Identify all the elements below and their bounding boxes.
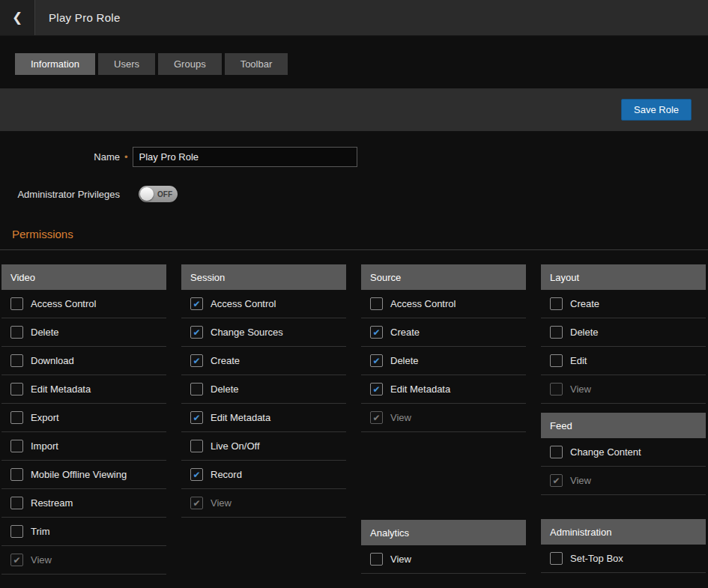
checkbox[interactable] (10, 525, 23, 538)
permission-row[interactable]: Access Control (361, 290, 526, 318)
permission-row[interactable]: ✔Delete (361, 347, 526, 375)
group-header-source: Source (361, 264, 526, 290)
group-header-video: Video (1, 264, 166, 290)
checkbox[interactable] (550, 552, 563, 565)
permission-row[interactable]: Download (1, 347, 166, 375)
permission-row[interactable]: ✔View (181, 489, 346, 518)
checkbox-label: Delete (570, 327, 599, 338)
permission-row[interactable]: ✔View (361, 404, 526, 432)
permissions-heading: Permissions (12, 228, 708, 240)
section-divider (0, 249, 708, 250)
checkbox[interactable]: ✔ (190, 326, 203, 339)
checkbox[interactable] (370, 297, 383, 310)
checkbox[interactable] (550, 326, 563, 339)
checkbox[interactable] (190, 383, 203, 395)
checkbox[interactable] (10, 468, 23, 481)
required-marker: • (124, 151, 128, 163)
tab-groups[interactable]: Groups (158, 53, 222, 75)
checkbox[interactable] (550, 446, 563, 458)
name-label: Name (0, 151, 120, 163)
checkbox-label: Create (211, 355, 240, 366)
checkbox (550, 383, 563, 395)
permission-row[interactable]: Restream (1, 489, 166, 518)
checkbox[interactable] (10, 497, 23, 509)
checkbox[interactable]: ✔ (370, 326, 383, 339)
name-input[interactable] (133, 147, 357, 167)
checkbox[interactable]: ✔ (370, 383, 383, 395)
checkbox[interactable] (10, 326, 23, 339)
permission-row[interactable]: Access Control (1, 290, 166, 318)
tab-users[interactable]: Users (98, 53, 155, 75)
permission-row[interactable]: Edit Metadata (1, 375, 166, 404)
checkbox[interactable] (10, 354, 23, 367)
checkbox[interactable]: ✔ (190, 468, 203, 481)
permission-row[interactable]: ✔Change Sources (181, 318, 346, 347)
permission-row[interactable]: Mobile Offline Viewing (1, 461, 166, 489)
checkbox-label: Trim (31, 526, 50, 537)
permission-row[interactable]: Change Content (541, 438, 706, 467)
permission-row[interactable]: ✔Record (181, 461, 346, 489)
group-header-analytics: Analytics (361, 520, 526, 545)
tab-toolbar[interactable]: Toolbar (225, 53, 288, 75)
checkbox[interactable] (10, 297, 23, 310)
checkbox[interactable] (10, 440, 23, 452)
checkbox-label: View (570, 384, 591, 395)
checkbox-label: Set-Top Box (570, 553, 623, 564)
checkbox[interactable]: ✔ (190, 411, 203, 424)
checkbox[interactable]: ✔ (190, 297, 203, 310)
permission-row[interactable]: Set-Top Box (541, 545, 706, 573)
checkbox[interactable] (550, 354, 563, 367)
group-layout: LayoutCreateDeleteEditView (541, 264, 706, 404)
tab-bar: Information Users Groups Toolbar (15, 53, 708, 75)
permission-row[interactable]: Edit (541, 347, 706, 375)
checkbox-label: Change Sources (211, 327, 283, 338)
permissions-columns: VideoAccess ControlDeleteDownloadEdit Me… (0, 264, 708, 575)
permission-row[interactable]: Live On/Off (181, 432, 346, 461)
checkbox[interactable] (190, 440, 203, 452)
checkbox[interactable] (10, 383, 23, 395)
checkbox-label: Record (211, 469, 242, 480)
permission-column-3: SourceAccess Control✔Create✔Delete✔Edit … (361, 264, 526, 574)
checkbox-label: Mobile Offline Viewing (31, 469, 127, 480)
permission-row[interactable]: ✔View (541, 467, 706, 495)
permission-row[interactable]: Trim (1, 518, 166, 546)
checkbox[interactable] (10, 411, 23, 424)
tab-information[interactable]: Information (15, 53, 95, 75)
checkbox[interactable] (370, 553, 383, 566)
permission-row[interactable]: ✔Edit Metadata (361, 375, 526, 404)
checkbox[interactable]: ✔ (370, 354, 383, 367)
checkbox[interactable] (550, 297, 563, 310)
checkbox-label: View (390, 554, 411, 565)
group-session: Session✔Access Control✔Change Sources✔Cr… (181, 264, 346, 518)
checkbox[interactable]: ✔ (190, 354, 203, 367)
admin-privileges-toggle[interactable]: OFF (139, 186, 178, 202)
group-analytics: AnalyticsView (361, 520, 526, 574)
checkbox-label: View (570, 475, 591, 486)
permission-row[interactable]: ✔Create (361, 318, 526, 347)
permission-row[interactable]: ✔View (1, 546, 166, 575)
permission-row[interactable]: Delete (1, 318, 166, 347)
name-field-row: Name • (0, 147, 708, 167)
group-header-feed: Feed (541, 413, 706, 438)
checkbox-label: Download (31, 355, 74, 366)
checkbox: ✔ (10, 554, 23, 566)
permission-row[interactable]: ✔Access Control (181, 290, 346, 318)
back-button[interactable]: ❮ (0, 0, 35, 35)
permission-row[interactable]: Create (541, 290, 706, 318)
permission-row[interactable]: ✔Edit Metadata (181, 404, 346, 432)
toggle-knob-icon (140, 187, 154, 201)
permission-row[interactable]: Delete (181, 375, 346, 404)
permission-row[interactable]: Import (1, 432, 166, 461)
permission-row[interactable]: View (541, 375, 706, 404)
checkbox-label: View (211, 497, 232, 509)
permission-row[interactable]: Export (1, 404, 166, 432)
admin-privileges-row: Administrator Privileges OFF (0, 186, 708, 202)
checkbox-label: Live On/Off (211, 440, 260, 452)
permission-row[interactable]: Delete (541, 318, 706, 347)
checkbox: ✔ (370, 411, 383, 424)
permission-row[interactable]: View (361, 545, 526, 574)
permission-row[interactable]: ✔Create (181, 347, 346, 375)
checkbox-label: Delete (211, 384, 239, 395)
save-role-button[interactable]: Save Role (621, 99, 692, 121)
checkbox-label: Edit (570, 355, 587, 366)
